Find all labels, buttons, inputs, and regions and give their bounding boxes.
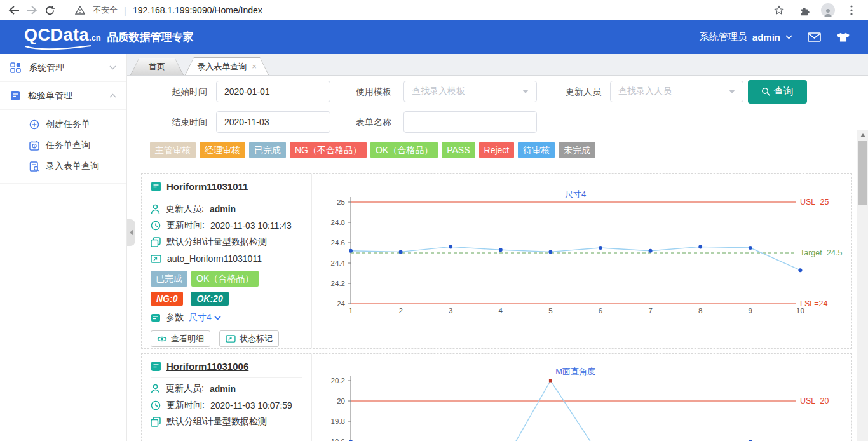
- form-name-input[interactable]: [403, 111, 537, 133]
- card-info: Horiform11031006 更新人员: admin 更新时间: 2020-…: [142, 354, 312, 441]
- auto-name-value: auto_Horiform11031011: [167, 254, 262, 264]
- end-date-input[interactable]: [216, 111, 330, 133]
- state-mark-button[interactable]: 状态标记: [219, 330, 279, 347]
- svg-text:LSL=24: LSL=24: [800, 299, 827, 308]
- updater-label: 更新人员: [546, 81, 601, 102]
- start-date-input[interactable]: [216, 81, 330, 102]
- clock-icon: [151, 221, 161, 231]
- sidebar-sub-label: 创建任务单: [46, 119, 90, 130]
- svg-text:24.6: 24.6: [331, 239, 345, 247]
- tab-close-icon[interactable]: ×: [252, 62, 257, 71]
- user-menu[interactable]: 系统管理员 admin: [700, 31, 792, 43]
- view-detail-label: 查看明细: [171, 333, 204, 344]
- search-button-label: 查询: [773, 85, 794, 98]
- brand-suffix: .cn: [89, 33, 101, 43]
- svg-text:1: 1: [349, 307, 353, 315]
- updater-field-label: 更新人员:: [166, 203, 204, 215]
- browser-profile-avatar[interactable]: [821, 3, 835, 17]
- svg-text:20.2: 20.2: [331, 377, 345, 384]
- view-detail-button[interactable]: 查看明细: [151, 330, 210, 347]
- security-label[interactable]: 不安全: [93, 4, 118, 16]
- svg-text:19.8: 19.8: [331, 417, 345, 425]
- status-legend-badge: Reject: [479, 142, 515, 158]
- scrollbar-thumb[interactable]: [858, 141, 867, 205]
- browser-back-icon[interactable]: [5, 1, 23, 19]
- updater-value: admin: [210, 204, 236, 214]
- extensions-puzzle-icon[interactable]: [796, 1, 813, 19]
- sidebar-subgroup: 创建任务单 任务单查询 录入表单查询: [0, 110, 126, 184]
- sidebar-item-create-task[interactable]: 创建任务单: [0, 114, 126, 135]
- browser-menu-icon[interactable]: [843, 1, 860, 19]
- parameter-label: 参数: [166, 312, 184, 323]
- brand-name: QCData: [24, 25, 89, 44]
- collapse-arrow-icon: [130, 229, 133, 236]
- sidebar-item-form-query[interactable]: 录入表单查询: [0, 156, 126, 177]
- parameter-select[interactable]: 尺寸4: [189, 312, 221, 323]
- form-document-icon: [151, 181, 161, 192]
- browser-refresh-icon[interactable]: [41, 1, 58, 19]
- svg-text:3: 3: [449, 307, 452, 315]
- browser-forward-icon[interactable]: [23, 1, 41, 19]
- chevron-down-icon: [214, 316, 221, 320]
- svg-text:Target=24.5: Target=24.5: [800, 248, 842, 257]
- template-label: 使用模板: [337, 81, 391, 102]
- ng-count-badge: NG:0: [151, 292, 183, 306]
- search-button[interactable]: 查询: [748, 80, 807, 104]
- template-select[interactable]: 查找录入模板: [403, 81, 537, 102]
- vertical-scrollbar[interactable]: [857, 130, 868, 441]
- sidebar-item-inspection-management[interactable]: 检验单管理: [0, 82, 126, 110]
- form-card: Horiform11031006 更新人员: admin 更新时间: 2020-…: [141, 353, 852, 441]
- bookmark-star-icon[interactable]: [770, 1, 788, 19]
- mail-icon[interactable]: [808, 32, 821, 42]
- sidebar-item-system-management[interactable]: 系统管理: [0, 54, 126, 82]
- sidebar-item-task-query[interactable]: 任务单查询: [0, 135, 126, 156]
- card-status-badges: 已完成 OK（合格品）: [151, 271, 302, 287]
- spc-line-chart-2: M面直角度20.22019.819.612345678910USL=20: [318, 359, 852, 441]
- group-copy-icon: [151, 237, 161, 247]
- scroll-up-icon[interactable]: [857, 131, 868, 140]
- browser-toolbar: 不安全 | 192.168.1.199:9090/Home/Index: [0, 0, 868, 20]
- security-warning-icon[interactable]: [71, 1, 89, 19]
- updater-select[interactable]: 查找录入人员: [610, 81, 743, 102]
- url-separator: |: [124, 5, 126, 16]
- app-header: QCData.cn品质数据管理专家 系统管理员 admin: [0, 20, 868, 54]
- svg-text:7: 7: [648, 307, 652, 315]
- tab-home[interactable]: 首页: [130, 58, 184, 75]
- svg-text:25: 25: [337, 198, 345, 206]
- tab-form-query[interactable]: 录入表单查询 ×: [185, 57, 269, 75]
- card-chart-area: 尺寸42524.824.624.424.22412345678910USL=25…: [312, 174, 851, 348]
- address-bar-url[interactable]: 192.168.1.199:9090/Home/Index: [133, 5, 262, 15]
- main-content: 首页 录入表单查询 × 起始时间 使用模板 查找录入模板 更新人员 查找录入人员: [127, 54, 868, 441]
- svg-text:9: 9: [749, 307, 752, 315]
- svg-text:USL=20: USL=20: [800, 397, 829, 405]
- group-value: 默认分组\计量型数据检测: [166, 236, 267, 248]
- tag-ticket-icon: [151, 255, 161, 263]
- status-badge: OK（合格品）: [191, 271, 259, 287]
- status-legend-badge: NG（不合格品）: [290, 142, 367, 158]
- form-title-link[interactable]: Horiform11031011: [166, 181, 248, 192]
- sidebar-item-label: 检验单管理: [28, 90, 72, 102]
- status-legend-badge: 未完成: [559, 142, 595, 158]
- person-icon: [151, 204, 160, 214]
- brand-logo: QCData.cn品质数据管理专家: [24, 25, 194, 45]
- svg-text:6: 6: [599, 307, 602, 315]
- eye-icon: [157, 336, 167, 343]
- svg-text:尺寸4: 尺寸4: [565, 189, 586, 199]
- end-date-label: 结束时间: [153, 111, 207, 133]
- clock-icon: [151, 400, 161, 410]
- person-icon: [151, 384, 160, 394]
- card-chart-area: M面直角度20.22019.819.612345678910USL=20: [312, 354, 851, 441]
- status-badge: 已完成: [151, 271, 187, 287]
- status-legend-badge: 待审核: [518, 142, 555, 158]
- tshirt-icon[interactable]: [836, 32, 850, 43]
- form-title-link[interactable]: Horiform11031006: [166, 361, 248, 372]
- status-legend-badge: OK（合格品）: [370, 142, 438, 158]
- svg-text:4: 4: [499, 307, 503, 315]
- time-field-label: 更新时间:: [166, 400, 205, 411]
- template-placeholder: 查找录入模板: [412, 86, 465, 97]
- sidebar-collapse-handle[interactable]: [127, 219, 135, 246]
- time-field-label: 更新时间:: [166, 220, 205, 231]
- time-value: 2020-11-03 10:07:59: [210, 400, 292, 410]
- screen: 不安全 | 192.168.1.199:9090/Home/Index QCDa…: [0, 0, 868, 441]
- tab-bar: 首页 录入表单查询 ×: [127, 54, 868, 76]
